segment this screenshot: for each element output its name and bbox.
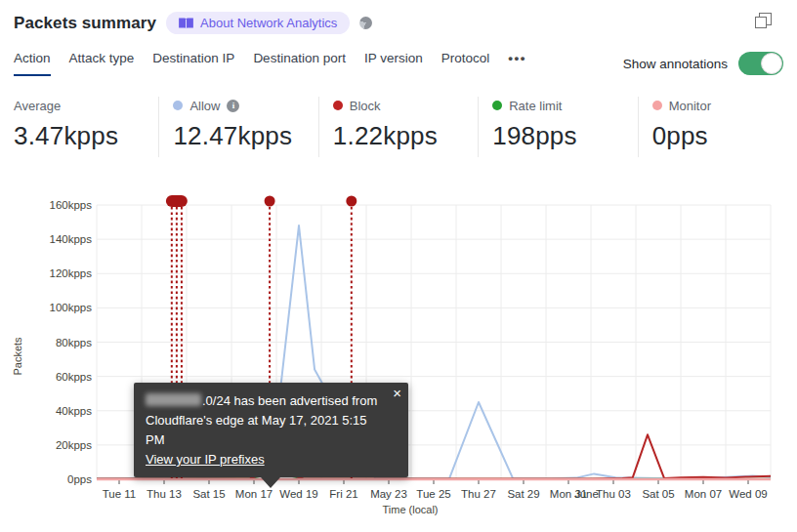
stat-value: 1.22kpps (333, 121, 478, 151)
view-ip-prefixes-link[interactable]: View your IP prefixes (146, 452, 265, 467)
x-tick-label: Mon 17 (235, 488, 273, 500)
popout-icon[interactable] (759, 13, 772, 25)
page-title: Packets summary (14, 14, 156, 33)
toggle-knob (761, 53, 782, 74)
x-tick-label: Wed 19 (279, 488, 317, 500)
legend-dot (173, 101, 183, 110)
x-tick-label: Sat 05 (642, 488, 674, 500)
y-tick-label: 60kpps (56, 371, 92, 383)
pie-timer-icon (359, 17, 372, 29)
stats-row: Average3.47kppsAllowi12.47kppsBlock1.22k… (0, 97, 797, 157)
header: Packets summary About Network Analytics (14, 12, 372, 34)
stat-rate-limit: Rate limit198pps (478, 97, 637, 157)
stat-label: Average (14, 99, 61, 113)
x-tick-label: Mon 07 (685, 488, 722, 500)
tabs: ActionAttack typeDestination IPDestinati… (14, 51, 526, 76)
x-tick-label: Thu 13 (147, 488, 182, 500)
tab-destination-ip[interactable]: Destination IP (152, 51, 234, 76)
x-tick-label: Sat 29 (507, 488, 539, 500)
y-tick-label: 0pps (67, 473, 92, 485)
x-tick-label: Thu 27 (461, 488, 496, 500)
stat-label: Rate limit (509, 99, 562, 113)
x-tick-label: Fri 21 (329, 488, 357, 500)
tab-more[interactable]: ••• (508, 51, 526, 76)
y-tick-label: 120kpps (50, 267, 93, 279)
close-icon[interactable]: × (393, 386, 401, 400)
tab-attack-type[interactable]: Attack type (69, 51, 135, 76)
annotation-marker[interactable] (166, 195, 188, 207)
annotations-control: Show annotations (623, 52, 783, 75)
about-badge-label: About Network Analytics (200, 16, 337, 30)
y-axis-title: Packets (12, 337, 23, 376)
tab-action[interactable]: Action (14, 51, 51, 76)
info-icon[interactable]: i (227, 100, 239, 112)
stat-block: Block1.22kpps (318, 97, 478, 157)
y-tick-label: 40kpps (56, 405, 92, 417)
network-analytics-panel: Packets summary About Network Analytics … (0, 0, 797, 532)
stat-value: 0pps (652, 121, 797, 151)
x-tick-label: May 23 (370, 488, 407, 500)
stat-monitor: Monitor0pps (638, 97, 797, 157)
about-network-analytics-badge[interactable]: About Network Analytics (166, 12, 350, 34)
stat-value: 198pps (492, 121, 637, 151)
packets-chart[interactable]: 160kpps140kpps120kpps100kpps80kpps60kpps… (0, 185, 797, 532)
tooltip-arrow (261, 477, 280, 488)
tabs-row: ActionAttack typeDestination IPDestinati… (14, 51, 783, 76)
annotation-marker[interactable] (265, 196, 275, 207)
y-tick-label: 140kpps (50, 233, 93, 245)
tab-ip-version[interactable]: IP version (364, 51, 423, 76)
stat-value: 3.47kpps (14, 121, 158, 151)
y-tick-label: 80kpps (56, 337, 92, 348)
legend-dot (333, 101, 343, 110)
legend-dot (652, 101, 662, 110)
y-tick-label: 100kpps (50, 302, 93, 313)
stat-label: Block (350, 99, 381, 113)
x-tick-label: Tue 25 (416, 488, 450, 500)
show-annotations-label: Show annotations (623, 57, 728, 71)
annotation-tooltip: × .0/24 has been advertised from Cloudfl… (134, 383, 408, 477)
legend-dot (492, 101, 502, 110)
x-tick-label: Tue 11 (103, 488, 137, 500)
tab-protocol[interactable]: Protocol (441, 51, 490, 76)
y-tick-label: 160kpps (50, 199, 93, 211)
book-icon (179, 18, 193, 29)
x-tick-label: Thu 03 (596, 488, 631, 500)
stat-allow: Allowi12.47kpps (158, 97, 317, 157)
stat-label: Allow (189, 99, 220, 113)
y-tick-label: 20kpps (56, 439, 92, 451)
stat-value: 12.47kpps (173, 121, 317, 151)
x-tick-label: Wed 09 (729, 488, 767, 500)
annotation-marker[interactable] (346, 196, 357, 207)
chart-svg[interactable]: 160kpps140kpps120kpps100kpps80kpps60kpps… (0, 185, 797, 532)
x-tick-label: Sat 15 (192, 488, 225, 500)
tab-destination-port[interactable]: Destination port (253, 51, 346, 76)
x-axis-title: Time (local) (382, 504, 438, 515)
stat-average: Average3.47kpps (0, 97, 158, 157)
tooltip-message: .0/24 has been advertised from Cloudflar… (146, 391, 387, 450)
redacted-ip-prefix (146, 393, 201, 406)
show-annotations-toggle[interactable] (738, 52, 783, 75)
stat-label: Monitor (669, 99, 711, 113)
